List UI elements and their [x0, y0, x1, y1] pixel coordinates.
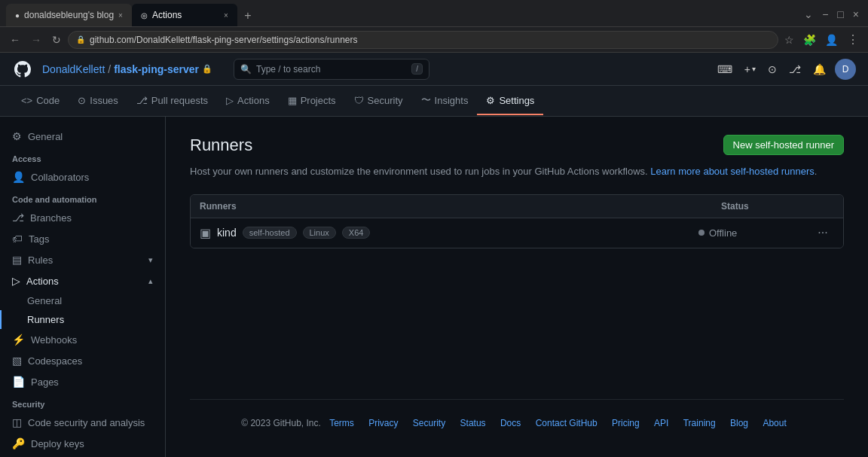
tab1-close[interactable]: ×	[118, 11, 123, 20]
tab1-title: donaldsebleung's blog	[24, 10, 114, 20]
github-search[interactable]: 🔍 Type / to search /	[234, 59, 429, 80]
nav-code[interactable]: <> Code	[12, 87, 69, 115]
footer-privacy[interactable]: Privacy	[368, 418, 398, 428]
col-runners-header: Runners	[200, 201, 721, 212]
footer-terms[interactable]: Terms	[329, 418, 354, 428]
runner-more-actions-button[interactable]: ···	[818, 226, 827, 239]
nav-projects[interactable]: ▦ Projects	[279, 87, 345, 115]
actions-icon: ▷	[226, 95, 234, 106]
sidebar-item-rules[interactable]: ▤ Rules ▾	[0, 249, 165, 270]
sidebar-section-security: Security	[0, 392, 165, 412]
avatar[interactable]: D	[835, 59, 856, 80]
status-dot	[698, 230, 704, 236]
sub-runners-label: Runners	[27, 314, 64, 325]
page-header: Runners New self-hosted runner	[190, 135, 844, 155]
runner-status-cell: Offline	[698, 227, 811, 239]
actions-expand-icon: ▴	[148, 276, 153, 286]
nav-settings[interactable]: ⚙ Settings	[477, 87, 543, 115]
nav-issues[interactable]: ⊙ Issues	[69, 87, 127, 115]
breadcrumb-separator: /	[108, 63, 111, 75]
insights-icon: 〜	[421, 93, 431, 107]
nav-issues-label: Issues	[90, 95, 118, 106]
repo-nav: <> Code ⊙ Issues ⎇ Pull requests ▷ Actio…	[0, 86, 868, 117]
sidebar-section-code-automation: Code and automation	[0, 187, 165, 207]
forward-button[interactable]: →	[27, 32, 45, 47]
issues-button[interactable]: ⊙	[765, 60, 780, 78]
footer-security[interactable]: Security	[413, 418, 445, 428]
sidebar-item-codespaces[interactable]: ▧ Codespaces	[0, 350, 165, 371]
runner-badge-self-hosted: self-hosted	[243, 227, 297, 239]
sidebar-item-actions[interactable]: ▷ Actions ▴	[0, 270, 165, 291]
sidebar-item-code-security[interactable]: ◫ Code security and analysis	[0, 412, 165, 433]
footer-pricing[interactable]: Pricing	[612, 418, 640, 428]
profile-icon[interactable]: 👤	[822, 32, 841, 47]
runner-actions-cell: ···	[811, 226, 834, 239]
page-title: Runners	[190, 136, 252, 155]
sidebar-item-secrets-variables[interactable]: ▦ Secrets and variables ▾	[0, 454, 165, 457]
table-header: Runners Status	[191, 195, 843, 218]
nav-security[interactable]: 🛡 Security	[345, 87, 412, 115]
sidebar-item-pages[interactable]: 📄 Pages	[0, 371, 165, 392]
browser-tab-2[interactable]: ◎ Actions ×	[132, 4, 237, 26]
footer-training[interactable]: Training	[683, 418, 716, 428]
sidebar-tags-label: Tags	[29, 233, 49, 245]
pull-requests-button[interactable]: ⎇	[786, 60, 804, 78]
browser-tab-1[interactable]: ● donaldsebleung's blog ×	[6, 4, 132, 26]
footer-contact[interactable]: Contact GitHub	[536, 418, 598, 428]
sidebar-item-deploy-keys[interactable]: 🔑 Deploy keys	[0, 433, 165, 454]
content-area: Runners New self-hosted runner Host your…	[166, 117, 868, 457]
runner-status-text: Offline	[709, 227, 737, 239]
github-header: DonaldKellett / flask-ping-server 🔒 🔍 Ty…	[0, 53, 868, 86]
sidebar-general-label: General	[28, 131, 63, 142]
tab2-close[interactable]: ×	[224, 11, 228, 20]
nav-actions-label: Actions	[237, 95, 270, 106]
sidebar-sub-general[interactable]: General	[0, 291, 165, 310]
codespaces-icon: ▧	[12, 355, 22, 367]
footer-api[interactable]: API	[654, 418, 668, 428]
runners-table: Runners Status ▣ kind self-hosted Linux …	[190, 194, 844, 248]
github-logo[interactable]	[12, 59, 33, 80]
nav-insights[interactable]: 〜 Insights	[412, 86, 478, 116]
back-button[interactable]: ←	[6, 32, 24, 47]
sidebar-item-branches[interactable]: ⎇ Branches	[0, 207, 165, 228]
footer-docs[interactable]: Docs	[500, 418, 521, 428]
learn-more-suffix: .	[815, 166, 818, 177]
browser-menu-icon[interactable]: ⋮	[844, 31, 862, 48]
close-button[interactable]: ×	[850, 7, 862, 22]
footer-blog[interactable]: Blog	[730, 418, 748, 428]
general-icon: ⚙	[12, 130, 22, 142]
learn-more-link[interactable]: Learn more about self-hosted runners	[650, 166, 815, 177]
nav-pull-requests[interactable]: ⎇ Pull requests	[127, 87, 217, 115]
minimize-button[interactable]: −	[819, 7, 831, 22]
pages-icon: 📄	[12, 376, 25, 388]
sidebar-item-collaborators[interactable]: 👤 Collaborators	[0, 166, 165, 187]
sidebar-collaborators-label: Collaborators	[31, 172, 89, 183]
sidebar: ⚙ General Access 👤 Collaborators Code an…	[0, 117, 166, 457]
extensions-icon[interactable]: 🧩	[800, 32, 819, 47]
col-status-header: Status	[721, 201, 834, 212]
nav-actions[interactable]: ▷ Actions	[217, 87, 279, 115]
maximize-button[interactable]: □	[834, 7, 846, 22]
sidebar-item-general[interactable]: ⚙ General	[0, 126, 165, 147]
footer-status[interactable]: Status	[460, 418, 486, 428]
collapse-icon[interactable]: ⌄	[801, 7, 816, 22]
footer-about[interactable]: About	[763, 418, 786, 428]
new-tab-button[interactable]: +	[237, 5, 258, 26]
sidebar-item-webhooks[interactable]: ⚡ Webhooks	[0, 329, 165, 350]
new-self-hosted-runner-button[interactable]: New self-hosted runner	[723, 135, 844, 155]
command-palette-button[interactable]: ⌨	[714, 60, 735, 78]
bookmarks-icon[interactable]: ☆	[781, 32, 797, 47]
refresh-button[interactable]: ↻	[48, 32, 65, 47]
settings-nav-icon: ⚙	[486, 95, 495, 106]
window-controls: ⌄ − □ ×	[801, 7, 862, 22]
sidebar-item-tags[interactable]: 🏷 Tags	[0, 228, 165, 249]
breadcrumb-repo[interactable]: flask-ping-server	[114, 63, 199, 75]
pr-icon: ⎇	[136, 95, 148, 106]
address-bar[interactable]: 🔒 github.com/DonaldKellett/flask-ping-se…	[68, 31, 778, 49]
runner-name[interactable]: kind	[217, 227, 237, 239]
sub-general-label: General	[27, 295, 62, 306]
breadcrumb-user[interactable]: DonaldKellett	[42, 63, 105, 75]
notifications-button[interactable]: 🔔	[810, 60, 829, 78]
sidebar-sub-runners[interactable]: Runners	[0, 310, 165, 329]
new-plus-button[interactable]: + ▾	[741, 60, 759, 78]
